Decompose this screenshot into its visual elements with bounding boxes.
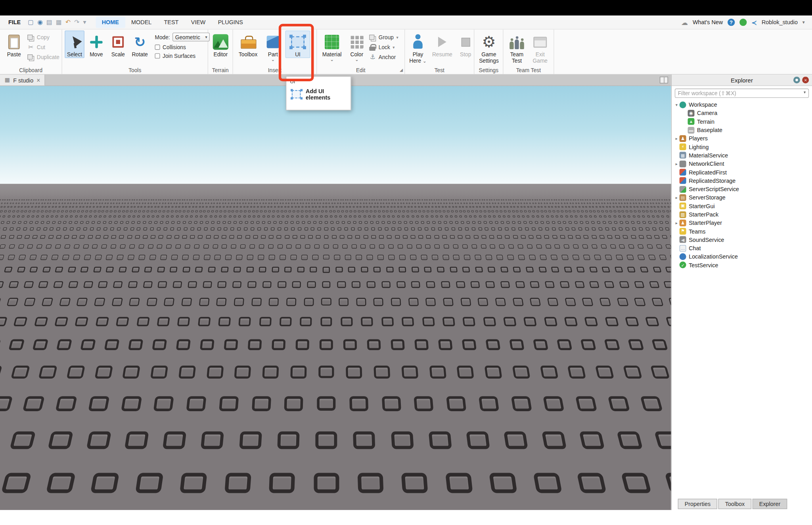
join-surfaces-checkbox-box	[155, 54, 160, 59]
ui-icon	[291, 36, 304, 48]
join-surfaces-checkbox[interactable]: Join Surfaces	[155, 53, 210, 59]
move-tool-button[interactable]: Move	[86, 31, 106, 58]
publish-icon[interactable]: ▦	[56, 19, 62, 25]
account-name[interactable]: Roblok_studio	[762, 19, 798, 25]
tree-item-materialservice[interactable]: ▦MaterialService	[672, 151, 812, 159]
menu-tab-home[interactable]: HOME	[96, 17, 125, 28]
tree-item-starterplayer[interactable]: ▸♟StarterPlayer	[672, 218, 812, 227]
material-caret-icon[interactable]: ⌄	[330, 57, 334, 62]
stop-button[interactable]: Stop	[456, 31, 475, 58]
menu-tab-model[interactable]: MODEL	[125, 17, 157, 28]
tree-item-chat[interactable]: …Chat	[672, 244, 812, 252]
cut-button[interactable]: ✂Cut	[27, 44, 59, 51]
filter-workspace-input[interactable]	[675, 88, 809, 98]
import-icon[interactable]: ▤	[46, 19, 52, 25]
tree-item-localizationservice[interactable]: LocalizationService	[672, 253, 812, 261]
mode-select[interactable]: Geometric ▾	[172, 33, 210, 41]
mode-caret-icon: ▾	[205, 35, 207, 40]
close-panel-icon[interactable]: ×	[802, 77, 809, 83]
rotate-tool-button[interactable]: ↻ Rotate	[130, 31, 150, 58]
chat-icon: …	[680, 245, 686, 251]
game-settings-button[interactable]: ⚙ Game Settings	[477, 31, 501, 64]
undo-icon[interactable]: ↶	[65, 19, 71, 25]
tab-title: F studio	[13, 77, 33, 83]
lock-caret-icon[interactable]: ▾	[393, 45, 395, 50]
scale-tool-button[interactable]: Scale	[108, 31, 128, 58]
tree-item-replicatedstorage[interactable]: ReplicatedStorage	[672, 176, 812, 185]
account-caret-icon[interactable]: ▾	[802, 20, 805, 25]
panel-tab-toolbox[interactable]: Toolbox	[718, 499, 751, 509]
terrain-editor-button[interactable]: Editor	[211, 31, 231, 58]
history-caret-icon[interactable]: ▾	[83, 19, 86, 25]
play-here-caret-icon[interactable]: ⌄	[423, 59, 427, 64]
open-icon[interactable]: ◉	[37, 19, 43, 25]
insert-group-label: Insert	[233, 67, 316, 73]
anchor-button[interactable]: ⚓ Anchor	[369, 54, 398, 61]
tree-collapsed-arrow-icon[interactable]: ▸	[674, 136, 679, 141]
tree-item-lighting[interactable]: ⚡Lighting	[672, 143, 812, 151]
tree-item-startergui[interactable]: ▣StarterGui	[672, 202, 812, 210]
network-client-icon	[680, 161, 686, 167]
status-icon[interactable]	[739, 19, 747, 26]
new-file-icon[interactable]: ▢	[28, 19, 34, 25]
part-button[interactable]: Part ⌄	[262, 31, 283, 63]
tree-item-teams[interactable]: ⚑Teams	[672, 227, 812, 236]
group-caret-icon[interactable]: ▾	[396, 35, 398, 40]
tree-item-label: StarterPlayer	[689, 220, 722, 226]
whats-new-link[interactable]: What's New	[693, 19, 723, 25]
tree-item-testservice[interactable]: ✓TestService	[672, 261, 812, 269]
tree-item-serverscriptservice[interactable]: ServerScriptService	[672, 185, 812, 193]
tree-item-replicatedfirst[interactable]: ReplicatedFirst	[672, 168, 812, 176]
file-menu[interactable]: FILE	[0, 19, 28, 25]
tree-item-players[interactable]: ▸♟Players	[672, 134, 812, 143]
tree-item-workspace[interactable]: ▾Workspace	[672, 100, 812, 109]
resume-button[interactable]: Resume	[430, 31, 454, 58]
tree-item-camera[interactable]: ◉Camera	[672, 109, 812, 117]
menu-tab-plugins[interactable]: PLUGINS	[212, 17, 249, 28]
color-caret-icon[interactable]: ⌄	[355, 57, 359, 62]
tree-expanded-arrow-icon[interactable]: ▾	[674, 102, 679, 107]
panel-tab-properties[interactable]: Properties	[678, 499, 717, 509]
edit-dialog-launcher-icon[interactable]: ◢	[400, 68, 403, 73]
share-icon[interactable]: ≺	[751, 18, 757, 26]
pin-panel-icon[interactable]	[793, 77, 800, 83]
tree-collapsed-arrow-icon[interactable]: ▸	[674, 220, 679, 225]
tree-item-terrain[interactable]: ▲Terrain	[672, 117, 812, 126]
tree-collapsed-arrow-icon[interactable]: ▸	[674, 161, 679, 166]
redo-icon[interactable]: ↷	[74, 19, 79, 25]
add-ui-elements-item[interactable]: Add UI elements	[286, 86, 350, 103]
menu-tab-test[interactable]: TEST	[158, 17, 185, 28]
tree-item-networkclient[interactable]: ▸NetworkClient	[672, 159, 812, 168]
play-here-button[interactable]: Play Here ⌄	[408, 31, 428, 64]
paste-button[interactable]: Paste	[3, 31, 25, 58]
team-test-button[interactable]: Team Test	[506, 31, 528, 64]
select-tool-button[interactable]: Select	[65, 31, 84, 58]
group-button[interactable]: Group ▾	[369, 34, 398, 41]
color-button[interactable]: Color ⌄	[347, 31, 367, 63]
part-caret-icon[interactable]: ⌄	[271, 57, 275, 62]
place-icon: ▦	[5, 77, 10, 83]
duplicate-button[interactable]: Duplicate	[27, 54, 59, 61]
tree-item-baseplate[interactable]: ▬Baseplate	[672, 126, 812, 134]
ui-button[interactable]: UI	[285, 31, 310, 58]
tree-collapsed-arrow-icon[interactable]: ▸	[674, 195, 679, 200]
copy-button[interactable]: Copy	[27, 34, 59, 41]
tree-item-soundservice[interactable]: ◀SoundService	[672, 236, 812, 244]
tree-item-starterpack[interactable]: ▥StarterPack	[672, 210, 812, 218]
filter-caret-icon[interactable]: ▾	[804, 90, 806, 95]
viewport-3d[interactable]	[0, 86, 671, 510]
tab-close-icon[interactable]: ×	[36, 77, 40, 84]
split-view-icon[interactable]	[660, 77, 668, 83]
collisions-checkbox[interactable]: Collisions	[155, 44, 210, 50]
tree-item-serverstorage[interactable]: ▸▤ServerStorage	[672, 194, 812, 202]
panel-tab-explorer[interactable]: Explorer	[753, 499, 787, 509]
exit-game-button[interactable]: Exit Game	[530, 31, 550, 64]
toolbox-button[interactable]: Toolbox	[236, 31, 260, 58]
menu-tab-view[interactable]: VIEW	[185, 17, 212, 28]
test-group-label: Test	[405, 67, 474, 73]
material-button[interactable]: Material ⌄	[320, 31, 345, 63]
edit-group-label: Edit	[317, 67, 404, 73]
tab-f-studio[interactable]: ▦ F studio ×	[0, 75, 45, 85]
lock-button[interactable]: Lock ▾	[369, 44, 398, 51]
help-icon[interactable]: ?	[728, 19, 735, 26]
